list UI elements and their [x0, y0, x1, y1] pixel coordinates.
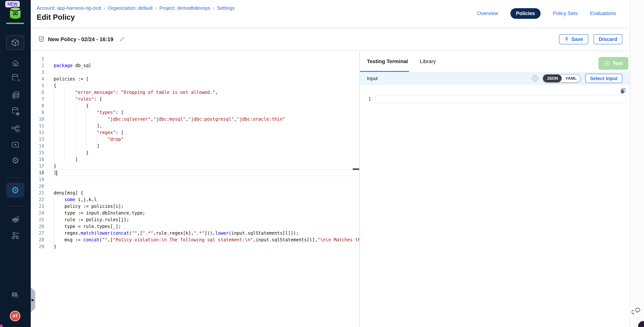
sidebar-item-org-settings[interactable]: ⚙: [0, 230, 31, 241]
nav-tab-policies[interactable]: Policies: [510, 8, 540, 19]
copy-icon[interactable]: [620, 88, 626, 94]
sidebar-item-db-settings[interactable]: ⚙: [0, 72, 31, 83]
code-line[interactable]: 8{: [31, 102, 360, 109]
panel-tab-testing-terminal[interactable]: Testing Terminal: [367, 58, 408, 64]
code-line[interactable]: 1: [31, 55, 360, 62]
code-content: "error_message": "Dropping of table is n…: [54, 89, 218, 96]
token-str: "jdbc:postgresql": [188, 117, 234, 122]
token-pl: ,: [186, 117, 188, 122]
indent-guide: [75, 143, 86, 149]
code-line[interactable]: 20: [31, 183, 360, 190]
code-line[interactable]: 26type = rule.types[_];: [31, 223, 360, 230]
token-pl: (: [129, 231, 132, 236]
sidebar-item-db-stack[interactable]: [0, 89, 31, 101]
code-line[interactable]: 13"drop": [31, 136, 360, 143]
code-line[interactable]: 9"types": [: [31, 109, 360, 116]
code-line[interactable]: 16]: [31, 156, 360, 163]
token-pl: (: [110, 231, 113, 236]
token-str: ".*": [142, 231, 153, 236]
test-button[interactable]: Test: [598, 57, 628, 70]
chat-widget-corner[interactable]: [638, 321, 644, 327]
code-line[interactable]: 4policies := [: [31, 76, 360, 82]
code-line[interactable]: 7"rules": [: [31, 96, 360, 102]
save-label: Save: [571, 36, 583, 42]
test-label: Test: [612, 60, 623, 66]
indent-guide: [54, 156, 64, 163]
save-button[interactable]: Save: [559, 34, 588, 44]
token-pl: ]: [97, 143, 99, 149]
sidebar-expander-handle[interactable]: ▶: [31, 287, 35, 312]
indent-guide: [64, 149, 75, 156]
pencil-edit-icon[interactable]: [119, 36, 125, 42]
sidebar-item-pipelines[interactable]: [0, 124, 31, 135]
format-option-yaml[interactable]: YAML: [562, 74, 580, 82]
input-editor[interactable]: 1: [360, 85, 630, 327]
code-line[interactable]: 27regex.match(lower(concat("",[".*",rule…: [31, 230, 360, 237]
format-option-json[interactable]: JSON: [543, 74, 562, 82]
token-pl: }: [54, 163, 56, 169]
indent-guide: [86, 129, 97, 136]
breadcrumb-link[interactable]: Account: app-harness-ng-cicd: [37, 5, 101, 11]
indent-guide: [64, 116, 75, 123]
line-number: 20: [31, 183, 44, 190]
token-pl: (input.sqlStatements[l]));: [229, 231, 299, 236]
sidebar-item-executions[interactable]: [0, 139, 31, 150]
code-content: msg := concat("",["Policy violation:\n T…: [54, 237, 360, 243]
sidebar-item-layers-settings[interactable]: ⚙: [0, 214, 31, 225]
code-line[interactable]: 25rule := policy.rules[j];: [31, 216, 360, 223]
input-current-line-box[interactable]: [376, 95, 626, 103]
line-number: 21: [31, 190, 44, 196]
indent-guide: [54, 223, 64, 230]
code-line[interactable]: 18]: [31, 169, 360, 176]
sidebar-item-settings-active[interactable]: ⚙: [6, 183, 24, 198]
nav-tab-policy-sets[interactable]: Policy Sets: [553, 10, 578, 16]
code-line[interactable]: 5{: [31, 82, 360, 89]
sidebar-item-db-modules[interactable]: [0, 105, 31, 117]
nav-tab-overview[interactable]: Overview: [477, 10, 498, 16]
code-line[interactable]: 10"jdbc:sqlserver","jdbc:mysql","jdbc:po…: [31, 116, 360, 123]
code-line[interactable]: 2package db_sql: [31, 62, 360, 69]
line-number: 17: [31, 163, 44, 169]
brand-logo-block[interactable]: NEW ∞: [0, 0, 31, 28]
code-content: ],: [54, 123, 102, 129]
code-line[interactable]: 28msg := concat("",["Policy violation:\n…: [31, 237, 360, 243]
code-line[interactable]: 23policy := policies[i];: [31, 203, 360, 210]
code-line[interactable]: 22some i,j,k,l: [31, 196, 360, 203]
code-view-icon[interactable]: </>: [530, 74, 540, 83]
sidebar-module-selector[interactable]: [6, 35, 24, 50]
nav-tab-evaluations[interactable]: Evaluations: [590, 10, 616, 16]
code-line[interactable]: 21deny[msg] {: [31, 190, 360, 196]
policy-code-editor[interactable]: 12package db_sql34policies := [5{6"error…: [31, 51, 360, 327]
code-line[interactable]: 11],: [31, 123, 360, 129]
indent-guide: [97, 116, 108, 123]
panel-tab-library[interactable]: Library: [420, 58, 436, 64]
select-input-button[interactable]: Select Input: [585, 74, 622, 83]
chat-bubbles-icon[interactable]: [632, 307, 640, 315]
code-line[interactable]: 17}: [31, 163, 360, 169]
new-badge: NEW: [5, 1, 20, 7]
token-pl: type := input.dbInstance.type;: [64, 210, 145, 216]
code-line[interactable]: 6"error_message": "Dropping of table is …: [31, 89, 360, 96]
code-line[interactable]: 12"regex": [: [31, 129, 360, 136]
code-line[interactable]: 3: [31, 69, 360, 76]
line-number: 4: [31, 76, 44, 82]
code-content: some i,j,k,l: [54, 196, 97, 203]
code-line[interactable]: 29}: [31, 243, 360, 250]
code-line[interactable]: 24type := input.dbInstance.type;: [31, 210, 360, 216]
breadcrumb-link[interactable]: Project: demodbdevops: [159, 5, 210, 11]
sidebar: NEW ∞ ⚙: [0, 0, 31, 327]
sidebar-item-home[interactable]: [0, 58, 31, 69]
breadcrumb-separator: ›: [104, 5, 105, 11]
breadcrumb-link[interactable]: Organization: default: [108, 5, 152, 11]
line-number: 8: [31, 102, 44, 109]
discard-button[interactable]: Discard: [594, 34, 622, 44]
indent-guide: [54, 216, 64, 223]
user-avatar[interactable]: AT: [10, 311, 20, 321]
code-line[interactable]: 15}: [31, 149, 360, 156]
breadcrumb-link[interactable]: Settings: [217, 5, 234, 11]
sidebar-item-help[interactable]: ?: [0, 290, 31, 301]
input-editor-line[interactable]: 1: [360, 95, 630, 103]
code-line[interactable]: 14]: [31, 143, 360, 149]
code-line[interactable]: 19: [31, 176, 360, 183]
sidebar-item-settings[interactable]: ⚙: [0, 155, 31, 166]
